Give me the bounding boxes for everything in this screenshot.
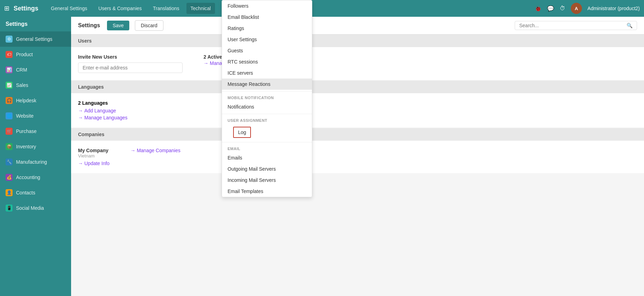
sidebar-header: Settings bbox=[0, 17, 71, 31]
sidebar-item-social[interactable]: 📱 Social Media bbox=[0, 200, 71, 216]
companies-section: Companies My Company Vietnam → Update In… bbox=[71, 128, 644, 173]
users-section: Users Invite New Users 2 Active Users ? bbox=[71, 35, 644, 80]
dropdown-item-user-settings[interactable]: User Settings bbox=[222, 34, 312, 45]
dropdown-item-outgoing-mail[interactable]: Outgoing Mail Servers bbox=[222, 163, 312, 175]
sidebar-label-contacts: Contacts bbox=[16, 190, 35, 195]
purchase-icon: 🛒 bbox=[6, 128, 13, 135]
search-icon[interactable]: 🔍 bbox=[627, 23, 632, 28]
sidebar-item-manufacturing[interactable]: 🔧 Manufacturing bbox=[0, 154, 71, 170]
manage-companies-link[interactable]: → Manage Companies bbox=[130, 148, 180, 153]
product-icon: 🏷 bbox=[6, 51, 13, 58]
languages-section-body: 2 Languages → Add Language → Manage Lang… bbox=[71, 93, 644, 127]
sidebar-item-product[interactable]: 🏷 Product bbox=[0, 47, 71, 62]
accounting-icon: 💰 bbox=[6, 174, 13, 181]
email-field[interactable] bbox=[78, 62, 183, 73]
nav-translations[interactable]: Translations bbox=[149, 3, 184, 14]
sidebar-item-inventory[interactable]: 📦 Inventory bbox=[0, 139, 71, 154]
company-country: Vietnam bbox=[78, 153, 109, 158]
dropdown-item-incoming-mail[interactable]: Incoming Mail Servers bbox=[222, 175, 312, 186]
dropdown-item-notifications[interactable]: Notifications bbox=[222, 101, 312, 112]
dropdown-item-guests[interactable]: Guests bbox=[222, 45, 312, 56]
manufacturing-icon: 🔧 bbox=[6, 158, 13, 165]
sidebar-label-social: Social Media bbox=[16, 205, 44, 211]
company-name: My Company bbox=[78, 148, 109, 153]
dropdown-item-email-blacklist[interactable]: Email Blacklist bbox=[222, 12, 312, 23]
sidebar-label-helpdesk: Helpdesk bbox=[16, 98, 36, 103]
update-info-link[interactable]: → Update Info bbox=[78, 161, 109, 166]
topnav-icons: 🐞 💬 ⏱ A Administrator (product2) bbox=[535, 3, 640, 14]
email-label: Email bbox=[222, 144, 312, 152]
save-button[interactable]: Save bbox=[107, 21, 129, 30]
separator-2 bbox=[222, 114, 312, 114]
general-icon: ⚙ bbox=[6, 36, 13, 43]
sidebar-label-inventory: Inventory bbox=[16, 144, 36, 149]
inventory-icon: 📦 bbox=[6, 143, 13, 150]
dropdown-item-ice-servers[interactable]: ICE servers bbox=[222, 67, 312, 79]
dropdown-item-ratings[interactable]: Ratings bbox=[222, 23, 312, 34]
dropdown-item-message-reactions[interactable]: Message Reactions bbox=[222, 79, 312, 90]
log-item-wrapper: Log bbox=[222, 124, 312, 141]
invite-users-block: Invite New Users bbox=[78, 54, 183, 73]
company-info-block: My Company Vietnam → Update Info bbox=[78, 148, 109, 166]
content-title: Settings bbox=[78, 22, 100, 29]
sidebar-label-sales: Sales bbox=[16, 82, 28, 88]
dropdown-item-emails[interactable]: Emails bbox=[222, 152, 312, 163]
sidebar-item-helpdesk[interactable]: 🎧 Helpdesk bbox=[0, 93, 71, 108]
add-language-link[interactable]: → Add Language bbox=[78, 108, 637, 113]
sales-icon: 📈 bbox=[6, 82, 13, 89]
avatar[interactable]: A bbox=[571, 3, 582, 14]
grid-icon[interactable]: ⊞ bbox=[4, 5, 9, 12]
content-body: Users Invite New Users 2 Active Users ? bbox=[71, 35, 644, 296]
separator-3 bbox=[222, 142, 312, 142]
languages-section: Languages 2 Languages → Add Language → M… bbox=[71, 81, 644, 127]
sidebar-item-sales[interactable]: 📈 Sales bbox=[0, 77, 71, 93]
users-section-body: Invite New Users 2 Active Users ? → Mana… bbox=[71, 47, 644, 80]
mobile-notification-label: Mobile Notification bbox=[222, 93, 312, 101]
dropdown-item-rtc-sessions[interactable]: RTC sessions bbox=[222, 56, 312, 67]
chat-icon[interactable]: 💬 bbox=[547, 5, 554, 12]
sidebar-item-general[interactable]: ⚙ General Settings bbox=[0, 31, 71, 47]
crm-icon: 📊 bbox=[6, 66, 13, 73]
user-name[interactable]: Administrator (product2) bbox=[588, 6, 640, 11]
languages-block: 2 Languages → Add Language → Manage Lang… bbox=[78, 100, 637, 120]
search-input[interactable] bbox=[519, 23, 624, 28]
sidebar-item-crm[interactable]: 📊 CRM bbox=[0, 62, 71, 77]
app-title: Settings bbox=[14, 5, 38, 12]
invite-label: Invite New Users bbox=[78, 54, 183, 60]
sidebar-item-website[interactable]: 🌐 Website bbox=[0, 108, 71, 124]
separator-1 bbox=[222, 91, 312, 91]
helpdesk-icon: 🎧 bbox=[6, 97, 13, 104]
nav-users-companies[interactable]: Users & Companies bbox=[94, 3, 146, 14]
bug-icon[interactable]: 🐞 bbox=[535, 5, 542, 12]
manage-languages-link[interactable]: → Manage Languages bbox=[78, 115, 637, 120]
sidebar-label-website: Website bbox=[16, 113, 33, 119]
sidebar-label-general: General Settings bbox=[16, 36, 52, 42]
company-links: → Update Info bbox=[78, 161, 109, 166]
sidebar-label-crm: CRM bbox=[16, 67, 27, 73]
sidebar-label-purchase: Purchase bbox=[16, 128, 37, 134]
contacts-icon: 👤 bbox=[6, 189, 13, 196]
social-icon: 📱 bbox=[6, 205, 13, 212]
sidebar-item-contacts[interactable]: 👤 Contacts bbox=[0, 185, 71, 200]
dropdown-item-email-templates[interactable]: Email Templates bbox=[222, 186, 312, 197]
companies-section-header: Companies bbox=[71, 128, 644, 141]
content-area: Settings Save Discard 🔍 Users Invite New… bbox=[71, 17, 644, 296]
nav-technical[interactable]: Technical bbox=[186, 3, 215, 14]
nav-general-settings[interactable]: General Settings bbox=[47, 3, 91, 14]
languages-links: → Add Language → Manage Languages bbox=[78, 108, 637, 120]
website-icon: 🌐 bbox=[6, 112, 13, 119]
sidebar-label-accounting: Accounting bbox=[16, 175, 40, 180]
languages-count: 2 Languages bbox=[78, 100, 637, 106]
topnav: ⊞ Settings General Settings Users & Comp… bbox=[0, 0, 644, 17]
user-assignment-label: User Assignment bbox=[222, 116, 312, 124]
sidebar-item-accounting[interactable]: 💰 Accounting bbox=[0, 170, 71, 185]
technical-dropdown: Followers Email Blacklist Ratings User S… bbox=[222, 0, 312, 197]
manage-companies-block: → Manage Companies bbox=[130, 148, 180, 153]
companies-section-body: My Company Vietnam → Update Info → Manag… bbox=[71, 141, 644, 173]
clock-icon[interactable]: ⏱ bbox=[560, 5, 565, 12]
sidebar-item-purchase[interactable]: 🛒 Purchase bbox=[0, 124, 71, 139]
dropdown-item-followers[interactable]: Followers bbox=[222, 0, 312, 12]
discard-button[interactable]: Discard bbox=[135, 20, 163, 31]
languages-section-header: Languages bbox=[71, 81, 644, 93]
log-button[interactable]: Log bbox=[233, 127, 251, 138]
